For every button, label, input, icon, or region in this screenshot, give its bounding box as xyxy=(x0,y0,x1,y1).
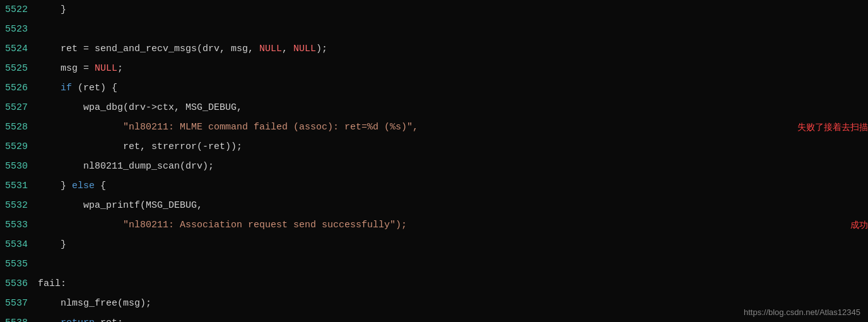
line-content: wpa_dbg(drv->ctx, MSG_DEBUG, xyxy=(38,98,868,117)
token: "nl80211: MLME command failed (assoc): r… xyxy=(123,122,418,133)
token: ); xyxy=(316,44,327,54)
line-number: 5530 xyxy=(0,157,38,176)
line-number: 5524 xyxy=(0,39,38,59)
token: , xyxy=(282,44,293,54)
line-content: } else { xyxy=(38,176,868,196)
token: "nl80211: Association request send succe… xyxy=(123,220,407,230)
annotation: 成功 xyxy=(850,215,868,235)
line-number: 5525 xyxy=(0,59,38,78)
code-line: 5522 } xyxy=(0,0,868,20)
line-number: 5537 xyxy=(0,294,38,313)
code-line: 5529 ret, strerror(-ret)); xyxy=(0,137,868,157)
token: ret = send_and_recv_msgs(drv, msg, xyxy=(38,44,259,54)
line-number: 5522 xyxy=(0,0,38,20)
code-line: 5525 msg = NULL; xyxy=(0,59,868,78)
token: else xyxy=(72,181,95,191)
token: } xyxy=(38,181,72,191)
token: } xyxy=(38,239,66,250)
line-number: 5527 xyxy=(0,98,38,117)
line-content: msg = NULL; xyxy=(38,59,868,78)
code-line: 5533 "nl80211: Association request send … xyxy=(0,215,868,235)
token: nlmsg_free(msg); xyxy=(38,298,151,309)
line-content: } xyxy=(38,0,868,20)
line-number: 5533 xyxy=(0,215,38,235)
line-number: 5531 xyxy=(0,176,38,196)
token: ; xyxy=(117,63,123,74)
token: wpa_printf(MSG_DEBUG, xyxy=(38,200,202,211)
code-line: 5532 wpa_printf(MSG_DEBUG, xyxy=(0,196,868,215)
code-container: 5522 }55235524 ret = send_and_recv_msgs(… xyxy=(0,0,868,322)
code-line: 5535 xyxy=(0,254,868,274)
token xyxy=(38,318,61,322)
token: msg = xyxy=(38,63,95,74)
line-content: "nl80211: Association request send succe… xyxy=(38,215,825,235)
token: if xyxy=(61,83,72,93)
token: } xyxy=(38,4,66,15)
token xyxy=(38,83,61,93)
token: NULL xyxy=(95,63,117,74)
watermark: https://blog.csdn.net/Atlas12345 xyxy=(744,307,860,317)
line-number: 5528 xyxy=(0,117,38,137)
line-content: ret = send_and_recv_msgs(drv, msg, NULL,… xyxy=(38,39,868,59)
token: return xyxy=(61,318,95,322)
code-line: 5523 xyxy=(0,20,868,39)
line-content: nl80211_dump_scan(drv); xyxy=(38,157,868,176)
line-number: 5523 xyxy=(0,20,38,39)
token: fail: xyxy=(38,278,66,289)
code-line: 5538 return ret; xyxy=(0,313,868,322)
line-content: wpa_printf(MSG_DEBUG, xyxy=(38,196,868,215)
token: ret; xyxy=(95,318,123,322)
annotation: 失败了接着去扫描 xyxy=(797,117,868,137)
code-line: 5531 } else { xyxy=(0,176,868,196)
code-line: 5537 nlmsg_free(msg); xyxy=(0,294,868,313)
line-content: "nl80211: MLME command failed (assoc): r… xyxy=(38,117,785,137)
line-number: 5526 xyxy=(0,78,38,98)
token: { xyxy=(95,181,106,191)
line-number: 5538 xyxy=(0,313,38,322)
line-number: 5534 xyxy=(0,235,38,254)
line-content: if (ret) { xyxy=(38,78,868,98)
token xyxy=(38,220,123,230)
code-line: 5536fail: xyxy=(0,274,868,294)
line-number: 5529 xyxy=(0,137,38,157)
token xyxy=(38,122,123,133)
token: (ret) { xyxy=(72,83,117,93)
code-line: 5528 "nl80211: MLME command failed (asso… xyxy=(0,117,868,137)
code-line: 5526 if (ret) { xyxy=(0,78,868,98)
code-line: 5534 } xyxy=(0,235,868,254)
code-line: 5527 wpa_dbg(drv->ctx, MSG_DEBUG, xyxy=(0,98,868,117)
line-number: 5536 xyxy=(0,274,38,294)
line-number: 5535 xyxy=(0,254,38,274)
token: nl80211_dump_scan(drv); xyxy=(38,161,214,172)
line-content: } xyxy=(38,235,868,254)
line-content: ret, strerror(-ret)); xyxy=(38,137,868,157)
line-content: fail: xyxy=(38,274,868,294)
token: ret, strerror(-ret)); xyxy=(38,141,242,152)
line-number: 5532 xyxy=(0,196,38,215)
token: NULL xyxy=(259,44,282,54)
token: NULL xyxy=(293,44,316,54)
token: wpa_dbg(drv->ctx, MSG_DEBUG, xyxy=(38,102,242,113)
code-line: 5524 ret = send_and_recv_msgs(drv, msg, … xyxy=(0,39,868,59)
code-line: 5530 nl80211_dump_scan(drv); xyxy=(0,157,868,176)
